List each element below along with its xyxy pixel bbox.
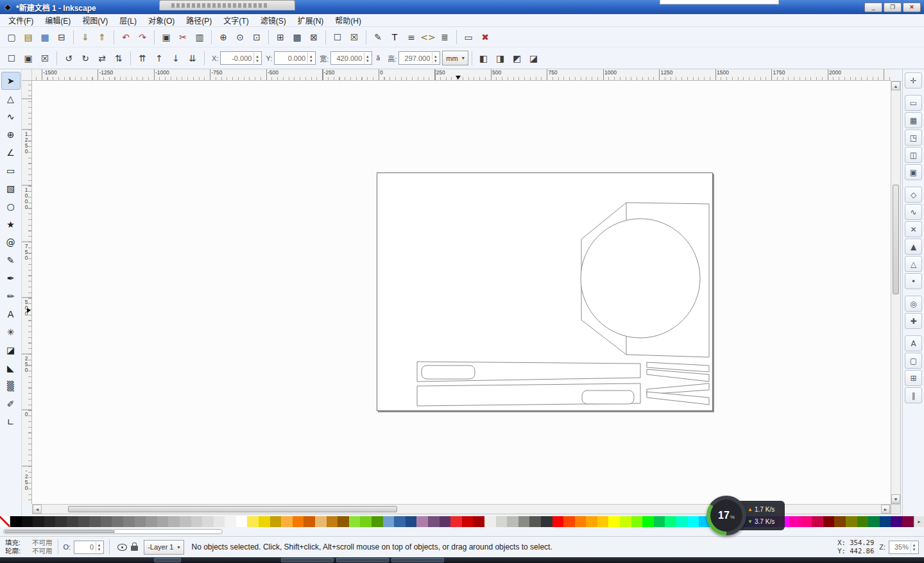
select-all-in-all-layers-button[interactable]: ▣ [20, 50, 37, 67]
snap-bounding-box-button[interactable]: ▭ [905, 95, 922, 111]
taskbar-button[interactable] [154, 558, 181, 562]
deselect-button[interactable]: ☒ [37, 50, 53, 67]
menu-layer[interactable]: 层(L) [114, 13, 142, 27]
snap-guides-button[interactable]: ∥ [905, 387, 922, 403]
raise-to-top-button[interactable]: ⇈ [134, 50, 151, 67]
enable-snapping-button[interactable]: ✛ [905, 72, 922, 88]
horizontal-scroll-thumb[interactable] [68, 506, 397, 512]
palette-swatch[interactable] [202, 516, 214, 527]
transform-gradient-toggle[interactable]: ◩ [509, 50, 526, 67]
palette-swatch[interactable] [247, 516, 259, 527]
fill-stroke-dialog-button[interactable]: ✎ [370, 29, 386, 46]
star-tool[interactable]: ★ [1, 215, 21, 233]
palette-swatch[interactable] [22, 516, 33, 527]
snap-rotation-centers-button[interactable]: ✚ [905, 313, 922, 329]
new-document-button[interactable]: ▢ [3, 29, 20, 46]
snap-bbox-edge-midpoints-button[interactable]: ◫ [905, 147, 922, 163]
fill-stroke-indicator[interactable]: 填充:不可用 轮廓:不可用 [5, 539, 53, 555]
scroll-down-button[interactable]: ▼ [891, 494, 900, 503]
menu-edit[interactable]: 编辑(E) [39, 13, 76, 27]
scroll-up-button[interactable]: ▲ [891, 81, 900, 90]
zoom-input[interactable]: 35% [889, 541, 919, 554]
palette-swatch[interactable] [529, 516, 541, 527]
palette-swatch[interactable] [372, 516, 383, 527]
snap-smooth-nodes-button[interactable]: △ [905, 256, 922, 272]
palette-swatch[interactable] [112, 516, 123, 527]
rotate-90-ccw-button[interactable]: ↺ [60, 50, 77, 67]
restore-button[interactable]: ❐ [884, 3, 902, 12]
horizontal-ruler[interactable]: -1500-1250-1000-750-500-2500250500750100… [32, 69, 891, 81]
zoom-to-selection-button[interactable]: ⊕ [215, 29, 232, 46]
spray-tool[interactable]: ✳ [1, 323, 21, 341]
palette-swatch[interactable] [620, 516, 631, 527]
node-editor-tool[interactable]: △ [1, 90, 21, 108]
palette-swatch[interactable] [473, 516, 484, 527]
tweak-tool[interactable]: ∿ [1, 108, 21, 126]
box-3d-tool[interactable]: ▧ [1, 180, 21, 197]
wedge-4[interactable] [647, 392, 709, 405]
taskbar-button[interactable] [336, 558, 389, 562]
snap-bbox-edges-button[interactable]: ▦ [905, 112, 922, 128]
lower-to-bottom-button[interactable]: ⇊ [184, 50, 201, 67]
palette-swatch[interactable] [801, 516, 812, 527]
save-document-button[interactable]: ▦ [37, 29, 53, 46]
palette-swatch[interactable] [462, 516, 474, 527]
menu-help[interactable]: 帮助(H) [329, 13, 367, 27]
height-spinner[interactable] [432, 53, 438, 63]
snap-grid-button[interactable]: ⊞ [905, 370, 922, 386]
dropper-tool[interactable]: ✐ [1, 395, 21, 413]
zoom-tool[interactable]: ⊕ [1, 126, 21, 144]
opacity-input[interactable]: 0 [74, 541, 104, 554]
palette-swatch[interactable] [157, 516, 169, 527]
palette-swatch[interactable] [868, 516, 880, 527]
palette-swatch[interactable] [406, 516, 417, 527]
create-clone-button[interactable]: ▩ [289, 29, 305, 46]
vertical-scrollbar[interactable]: ▲ ▼ [891, 81, 901, 504]
transform-pattern-toggle[interactable]: ◪ [526, 50, 542, 67]
snap-bbox-centers-button[interactable]: ▣ [905, 164, 922, 180]
palette-swatch[interactable] [327, 516, 338, 527]
scroll-right-button[interactable]: ► [881, 505, 890, 514]
palette-swatch[interactable] [33, 516, 44, 527]
text-tool[interactable]: A [1, 305, 21, 323]
width-spinner[interactable] [364, 53, 370, 63]
snap-text-baseline-button[interactable]: A [905, 335, 922, 351]
flip-vertical-button[interactable]: ⇅ [110, 50, 127, 67]
y-input[interactable]: 0.000 [274, 51, 316, 65]
export-button[interactable]: ⇑ [94, 29, 110, 46]
network-speed-widget[interactable]: ▲1.7K/s ▼3.7K/s 17% [706, 496, 791, 537]
palette-scroll-thumb[interactable] [4, 530, 115, 533]
palette-swatch[interactable] [518, 516, 530, 527]
snap-cusp-nodes-button[interactable]: ▲ [905, 239, 922, 255]
palette-swatch[interactable] [450, 516, 462, 527]
text-dialog-button[interactable]: T [386, 29, 403, 46]
unit-select[interactable]: mm [442, 51, 468, 65]
pencil-tool[interactable]: ✎ [1, 251, 21, 269]
speed-gauge[interactable]: 17% [706, 496, 746, 535]
width-input[interactable]: 420.000 [330, 51, 372, 65]
palette-menu-button[interactable]: ▸ [914, 516, 924, 527]
bezier-pen-tool[interactable]: ✒ [1, 269, 21, 287]
gradient-tool[interactable]: ▒ [1, 377, 21, 395]
palette-swatch[interactable] [236, 516, 248, 527]
palette-swatch[interactable] [665, 516, 676, 527]
palette-swatch[interactable] [191, 516, 203, 527]
menu-extensions[interactable]: 扩展(N) [292, 13, 330, 27]
menu-filters[interactable]: 滤镜(S) [255, 13, 292, 27]
palette-swatch[interactable] [101, 516, 112, 527]
palette-swatch[interactable] [89, 516, 101, 527]
ellipse-tool[interactable]: ○ [1, 197, 21, 215]
palette-swatch[interactable] [281, 516, 293, 527]
palette-swatch[interactable] [541, 516, 552, 527]
palette-swatch[interactable] [642, 516, 654, 527]
palette-swatch[interactable] [823, 516, 835, 527]
vertical-scroll-thumb[interactable] [893, 185, 899, 294]
layer-lock-toggle[interactable] [131, 546, 138, 551]
minimize-button[interactable]: _ [864, 3, 882, 12]
connector-tool[interactable]: ∟ [1, 413, 21, 431]
align-distribute-dialog-button[interactable]: ≣ [436, 29, 453, 46]
palette-swatch[interactable] [168, 516, 180, 527]
palette-swatch[interactable] [834, 516, 846, 527]
background-window-fragment[interactable] [660, 0, 779, 4]
palette-swatch[interactable] [293, 516, 304, 527]
